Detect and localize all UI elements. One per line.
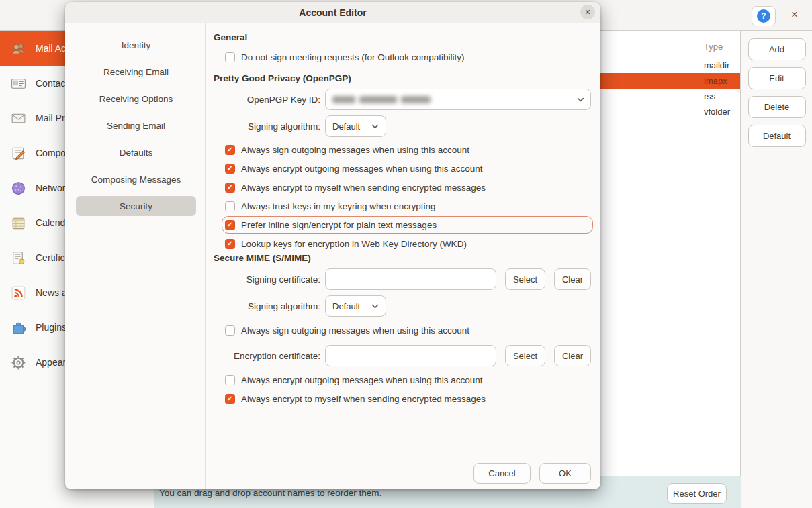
- checkbox-row[interactable]: Do not sign meeting requests (for Outloo…: [224, 50, 591, 64]
- checkbox[interactable]: [225, 52, 235, 62]
- checkbox-row[interactable]: Lookup keys for encryption in Web Key Di…: [224, 237, 591, 250]
- screen: ? × Mail Accounts Contacts Mail Preferen…: [0, 0, 812, 508]
- reset-order-button[interactable]: Reset Order: [667, 483, 727, 504]
- ok-button[interactable]: OK: [539, 463, 591, 484]
- smime-signing-algorithm-dropdown[interactable]: Default: [325, 295, 386, 317]
- checkbox[interactable]: [225, 145, 235, 155]
- checkbox[interactable]: [225, 220, 235, 230]
- compose-icon: [9, 144, 27, 162]
- checkbox-label: Always sign outgoing messages when using…: [241, 145, 469, 155]
- signing-certificate-select-button[interactable]: Select: [505, 268, 545, 290]
- tab-label: Composing Messages: [91, 174, 181, 185]
- checkbox-row[interactable]: Always encrypt to myself when sending en…: [224, 181, 591, 194]
- close-icon: ×: [791, 8, 798, 21]
- checkbox-row[interactable]: Always encrypt outgoing messages when us…: [224, 373, 591, 387]
- checkbox-label: Always encrypt to myself when sending en…: [241, 394, 486, 404]
- checkbox-label: Do not sign meeting requests (for Outloo…: [241, 52, 464, 62]
- checkbox[interactable]: [225, 239, 235, 249]
- tab-label: Receiving Email: [103, 67, 169, 77]
- dialog-close-button[interactable]: ×: [580, 5, 595, 19]
- openpgp-key-id-label: OpenPGP Key ID:: [214, 95, 320, 105]
- checkbox-row[interactable]: Always encrypt to myself when sending en…: [224, 392, 591, 405]
- help-button[interactable]: ?: [752, 6, 776, 26]
- account-type: rss: [704, 89, 715, 104]
- calendar-icon: [9, 214, 27, 232]
- account-actions-panel: Add Edit Delete Default: [741, 31, 812, 508]
- openpgp-key-id-combo[interactable]: [325, 89, 591, 110]
- window-close-button[interactable]: ×: [786, 7, 803, 23]
- signing-certificate-clear-button[interactable]: Clear: [554, 268, 591, 290]
- account-editor-dialog: Account Editor × Identity Receiving Emai…: [65, 2, 600, 489]
- tab-label: Defaults: [120, 148, 153, 158]
- account-action-button[interactable]: Delete: [748, 96, 806, 118]
- security-page: General Do not sign meeting requests (fo…: [206, 23, 600, 489]
- dialog-tab[interactable]: Receiving Options: [76, 89, 196, 109]
- dropdown-value: Default: [332, 301, 360, 311]
- account-action-button[interactable]: Default: [748, 125, 806, 147]
- type-column-header: Type: [704, 42, 723, 52]
- dialog-tab[interactable]: Composing Messages: [76, 169, 196, 189]
- tab-label: Identity: [122, 40, 151, 50]
- rss-icon: [9, 284, 27, 301]
- chevron-down-icon: [371, 304, 379, 309]
- account-type: vfolder: [704, 104, 730, 119]
- dropdown-value: Default: [332, 121, 360, 132]
- pgp-signing-algorithm-label: Signing algorithm:: [214, 121, 320, 132]
- checkbox-label: Always encrypt outgoing messages when us…: [241, 164, 482, 174]
- checkbox-row[interactable]: Always trust keys in my keyring when enc…: [224, 199, 591, 213]
- close-icon: ×: [585, 7, 590, 17]
- tab-label: Receiving Options: [99, 94, 173, 104]
- dialog-tab[interactable]: Security: [76, 196, 196, 216]
- puzzle-icon: [9, 319, 27, 336]
- checkbox[interactable]: [225, 201, 235, 211]
- encryption-certificate-select-button[interactable]: Select: [505, 345, 545, 366]
- checkbox-row[interactable]: Prefer inline sign/encrypt for plain tex…: [224, 218, 591, 232]
- checkbox[interactable]: [225, 394, 235, 404]
- sidebar-item-label: Plugins: [36, 322, 66, 333]
- encryption-certificate-clear-button[interactable]: Clear: [554, 345, 591, 366]
- checkbox-row[interactable]: Always encrypt outgoing messages when us…: [224, 162, 591, 175]
- cancel-button[interactable]: Cancel: [473, 463, 531, 484]
- checkbox-label: Always trust keys in my keyring when enc…: [241, 201, 436, 211]
- redacted-key-value: [332, 96, 431, 103]
- checkbox-row[interactable]: Always sign outgoing messages when using…: [224, 323, 591, 337]
- envelope-icon: [9, 109, 27, 127]
- checkbox-label: Always encrypt outgoing messages when us…: [241, 375, 482, 385]
- smime-heading: Secure MIME (S/MIME): [214, 253, 591, 264]
- account-action-button[interactable]: Edit: [748, 67, 806, 89]
- checkbox[interactable]: [225, 164, 235, 174]
- dialog-actions: Cancel OK: [473, 463, 591, 484]
- dialog-tab[interactable]: Sending Email: [76, 115, 196, 136]
- people-icon: [9, 40, 27, 57]
- signing-certificate-label: Signing certificate:: [214, 274, 320, 285]
- dialog-tab[interactable]: Receiving Email: [76, 62, 196, 82]
- checkbox-label: Lookup keys for encryption in Web Key Di…: [241, 239, 467, 249]
- reorder-hint: You can drag and drop account names to r…: [159, 488, 381, 498]
- general-heading: General: [214, 32, 591, 43]
- dialog-title: Account Editor: [299, 7, 366, 18]
- tab-label: Sending Email: [107, 121, 165, 131]
- contact-card-icon: [9, 74, 27, 92]
- dialog-tab[interactable]: Identity: [76, 35, 196, 55]
- signing-certificate-field[interactable]: [325, 268, 496, 290]
- pgp-signing-algorithm-dropdown[interactable]: Default: [325, 115, 386, 137]
- checkbox[interactable]: [225, 325, 235, 336]
- checkbox-label: Always encrypt to myself when sending en…: [241, 183, 486, 193]
- account-action-button[interactable]: Add: [748, 38, 806, 60]
- chevron-down-icon[interactable]: [570, 89, 590, 109]
- checkbox-label: Always sign outgoing messages when using…: [241, 325, 469, 336]
- dialog-titlebar: Account Editor ×: [65, 2, 600, 23]
- account-type: maildir: [704, 58, 729, 73]
- checkbox-label: Prefer inline sign/encrypt for plain tex…: [241, 220, 437, 230]
- dialog-tab-list: Identity Receiving Email Receiving Optio…: [65, 23, 206, 489]
- certificate-icon: [9, 249, 27, 266]
- encryption-certificate-label: Encryption certificate:: [214, 351, 320, 361]
- checkbox-row[interactable]: Always sign outgoing messages when using…: [224, 143, 591, 156]
- chevron-down-icon: [371, 124, 379, 129]
- checkbox[interactable]: [225, 183, 235, 193]
- smime-signing-algorithm-label: Signing algorithm:: [214, 301, 320, 311]
- checkbox[interactable]: [225, 375, 235, 385]
- dialog-tab[interactable]: Defaults: [76, 142, 196, 162]
- encryption-certificate-field[interactable]: [325, 345, 496, 366]
- openpgp-heading: Pretty Good Privacy (OpenPGP): [214, 73, 591, 84]
